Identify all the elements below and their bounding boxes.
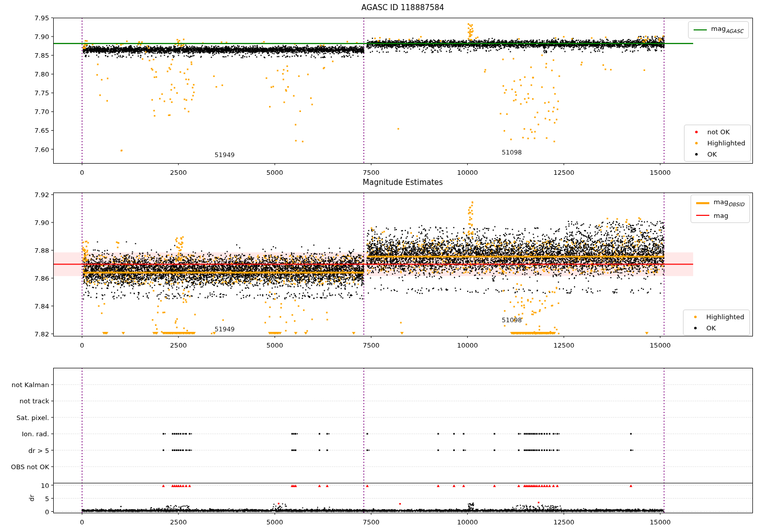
x-tick-label: 0 — [80, 169, 84, 176]
flag-row-label: Ion. rad. — [22, 430, 49, 438]
line-swatch-icon — [694, 29, 707, 31]
legend-label: Highlighted — [706, 313, 744, 321]
dr-tick-label: 5 — [45, 495, 49, 502]
legend-label: mag — [714, 212, 729, 219]
x-tick-label: 10000 — [457, 341, 478, 349]
legend-label: Highlighted — [707, 139, 745, 147]
legend-mag-obsid: magOBSID mag — [691, 195, 750, 223]
legend-item-mag-agasc: magAGASC — [694, 25, 743, 35]
y-tick-label: 7.60 — [34, 145, 49, 153]
x-tick-label: 5000 — [267, 169, 283, 176]
middle-plot-title: Magnitude Estimates — [363, 178, 443, 187]
y-tick-label: 7.86 — [34, 274, 49, 282]
obsid-annotation: 51098 — [502, 316, 522, 324]
y-tick-label: 7.90 — [34, 219, 49, 226]
y-tick-label: 7.84 — [34, 302, 49, 310]
line-swatch-icon — [696, 202, 709, 204]
y-tick-label: 7.65 — [34, 127, 49, 134]
x-tick-label: 2500 — [170, 169, 187, 176]
y-tick-label: 7.90 — [34, 33, 49, 41]
x-tick-label: 7500 — [363, 341, 379, 349]
obsid-annotation: 51949 — [215, 150, 235, 158]
x-tick-label: 0 — [80, 341, 84, 349]
legend-label: magOBSID — [714, 198, 744, 208]
y-tick-label: 7.92 — [34, 191, 49, 199]
dr-axis-label: dr — [28, 495, 35, 502]
flag-row-label: Sat. pixel. — [17, 413, 49, 421]
dot-swatch-icon — [690, 131, 703, 133]
x-tick-label: 12500 — [553, 518, 574, 526]
y-tick-label: 7.82 — [34, 330, 49, 337]
legend-item-highlighted: Highlighted — [689, 313, 744, 321]
top-plot-title: AGASC ID 118887584 — [361, 3, 444, 12]
flag-row-label: not track — [19, 397, 49, 405]
flag-row-label: OBS not OK — [11, 463, 50, 471]
legend-label: not OK — [707, 128, 730, 136]
legend-item-mag-obsid: magOBSID — [696, 198, 744, 208]
x-tick-label: 0 — [80, 518, 84, 526]
x-tick-label: 7500 — [363, 169, 379, 176]
dot-swatch-icon — [690, 142, 703, 144]
x-tick-label: 10000 — [457, 518, 478, 526]
dr-tick-label: 0 — [45, 508, 49, 515]
x-tick-label: 15000 — [650, 341, 670, 349]
obsid-annotation: 51949 — [215, 325, 235, 333]
obsid-annotation: 51098 — [502, 148, 522, 156]
legend-label: OK — [707, 150, 717, 158]
flag-row-label: dr > 5 — [28, 446, 49, 454]
y-tick-label: 7.95 — [34, 14, 49, 22]
x-tick-label: 2500 — [170, 341, 187, 349]
x-tick-label: 5000 — [267, 341, 283, 349]
x-tick-label: 10000 — [457, 169, 478, 176]
x-tick-label: 5000 — [267, 518, 283, 526]
figure: AGASC ID 118887584 Magnitude Estimates m… — [0, 0, 760, 532]
legend-item-highlighted: Highlighted — [690, 139, 745, 147]
legend-mag-agasc: magAGASC — [688, 21, 749, 39]
x-tick-label: 2500 — [170, 518, 187, 526]
legend-item-mag: mag — [696, 212, 744, 219]
dr-tick-label: 10 — [41, 481, 49, 489]
y-tick-label: 7.75 — [34, 89, 49, 97]
x-tick-label: 15000 — [650, 518, 670, 526]
line-swatch-icon — [696, 215, 709, 216]
legend-item-not-ok: not OK — [690, 128, 745, 136]
y-tick-label: 7.80 — [34, 70, 49, 78]
legend-label: OK — [706, 324, 716, 332]
legend-highlighted-ok: Highlighted OK — [683, 310, 750, 335]
legend-status: not OK Highlighted OK — [684, 125, 751, 162]
legend-item-ok: OK — [690, 150, 745, 158]
y-tick-label: 7.88 — [34, 247, 49, 254]
x-tick-label: 7500 — [363, 518, 379, 526]
y-tick-label: 7.70 — [34, 108, 49, 116]
x-tick-label: 15000 — [650, 169, 670, 176]
dot-swatch-icon — [690, 153, 703, 156]
legend-item-ok: OK — [689, 324, 744, 332]
x-tick-label: 12500 — [553, 341, 574, 349]
legend-label: magAGASC — [711, 25, 743, 35]
x-tick-label: 12500 — [553, 169, 574, 176]
dot-swatch-icon — [689, 316, 702, 318]
y-tick-label: 7.85 — [34, 52, 49, 59]
dot-swatch-icon — [689, 327, 702, 329]
plots-canvas — [0, 0, 760, 532]
flag-row-label: not Kalman — [12, 381, 49, 389]
